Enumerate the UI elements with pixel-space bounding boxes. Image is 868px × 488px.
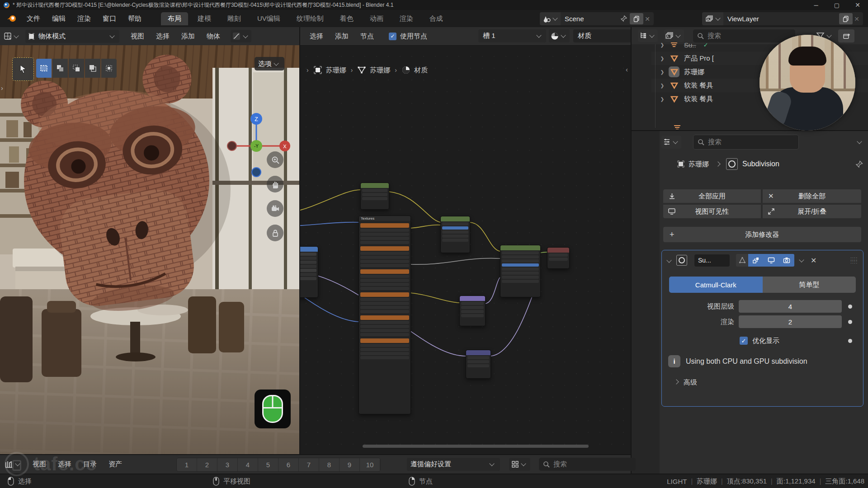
workspace-tab-0[interactable]: 布局 (161, 12, 188, 25)
viewport-options-button[interactable]: 选项 (255, 57, 284, 70)
expander-chevron-icon[interactable]: ❯ (660, 42, 665, 47)
workspace-tab-7[interactable]: 渲染 (393, 12, 420, 25)
asset-menu-2[interactable]: 目录 (77, 460, 103, 469)
optimal-display-keyframe-dot[interactable] (848, 339, 852, 343)
modifier-drag-handle[interactable]: :::: :::: (850, 257, 859, 263)
expander-chevron-icon[interactable]: ❯ (660, 83, 665, 88)
page-button-8[interactable]: 8 (319, 458, 340, 471)
viewlayer-remove-icon[interactable]: ✕ (854, 15, 859, 23)
asset-menu-0[interactable]: 视图 (27, 460, 52, 469)
catmull-clark-button[interactable]: Catmull-Clark (669, 277, 763, 293)
outliner-item-label[interactable]: 苏珊娜 (684, 68, 704, 76)
viewport-visibility-button[interactable]: 视图可见性 (663, 205, 761, 218)
breadcrumb-object[interactable]: 苏珊娜 (689, 160, 709, 169)
render-levels-field[interactable]: 2 (739, 315, 842, 328)
proportional-edit-dropdown[interactable] (231, 30, 251, 42)
shader-node-editor[interactable]: 选择添加节点 ✓ 使用节点 槽 1 材质 ›苏珊娜›苏珊娜›材质 ‹ Textu… (300, 27, 631, 454)
viewport-menu-1[interactable]: 选择 (150, 32, 175, 41)
expander-chevron-icon[interactable]: ❯ (660, 69, 665, 75)
zoom-icon[interactable] (267, 151, 283, 168)
modifier-close-icon[interactable]: ✕ (811, 256, 816, 265)
material-output-node[interactable] (547, 247, 570, 269)
properties-options-chevron[interactable] (857, 139, 862, 144)
camera-view-icon[interactable] (267, 200, 283, 217)
clipped-selected-node[interactable] (300, 246, 318, 298)
select-subtract-button[interactable] (69, 59, 84, 78)
asset-menu-1[interactable]: 选择 (52, 460, 77, 469)
import-method-dropdown[interactable]: 遵循偏好设置 (407, 458, 500, 471)
workspace-tab-2[interactable]: 雕刻 (221, 12, 248, 25)
viewport-menu-2[interactable]: 添加 (175, 32, 201, 41)
toolbar-expand-arrow[interactable]: › (1, 84, 3, 92)
outliner-filter-chevron[interactable] (826, 33, 831, 38)
breadcrumb-modifier[interactable]: Subdivision (742, 160, 779, 168)
workspace-tab-8[interactable]: 合成 (423, 12, 450, 25)
page-button-5[interactable]: 5 (258, 458, 278, 471)
modifier-name-field[interactable]: Su... (694, 254, 730, 267)
menubar-menu-0[interactable]: 文件 (21, 14, 46, 23)
workspace-tab-6[interactable]: 动画 (363, 12, 390, 25)
properties-search-field[interactable]: 搜索 (693, 135, 799, 150)
viewport-3d[interactable]: 物体模式 视图选择添加物体 (0, 27, 299, 454)
normal-map-node[interactable] (459, 296, 486, 326)
modifier-extras-chevron[interactable] (799, 257, 804, 262)
select-intersect-button[interactable] (101, 59, 117, 78)
show-in-editmode-toggle[interactable] (748, 254, 764, 267)
select-box-button[interactable] (36, 59, 52, 78)
blender-logo-icon[interactable] (6, 14, 18, 23)
page-button-9[interactable]: 9 (340, 458, 360, 471)
workspace-tab-4[interactable]: 纹理绘制 (290, 12, 330, 25)
edit-mode-toggle[interactable] (736, 254, 748, 267)
page-button-3[interactable]: 3 (217, 458, 238, 471)
asset-menu-3[interactable]: 资产 (103, 460, 128, 469)
expander-chevron-icon[interactable]: ❯ (660, 56, 665, 61)
page-button-4[interactable]: 4 (238, 458, 258, 471)
scene-pin-icon[interactable] (620, 15, 627, 22)
outliner-item-label[interactable]: 产品 Pro [ (684, 54, 714, 63)
outliner-item-label[interactable]: Su.. (684, 41, 696, 49)
menubar-menu-2[interactable]: 渲染 (71, 14, 97, 23)
maximize-button[interactable]: ▢ (826, 2, 847, 9)
menubar-menu-1[interactable]: 编辑 (46, 14, 71, 23)
optimal-display-checkbox[interactable]: ✓ (740, 337, 748, 345)
scene-type-dropdown[interactable] (540, 12, 561, 25)
page-button-2[interactable]: 2 (197, 458, 217, 471)
page-button-1[interactable]: 1 (177, 458, 197, 471)
workspace-tab-3[interactable]: UV编辑 (250, 12, 287, 25)
modifier-collapse-chevron[interactable] (666, 258, 671, 263)
viewport-menu-3[interactable]: 物体 (201, 32, 226, 41)
viewlayer-copy-button[interactable] (839, 13, 853, 24)
principled-bsdf-node[interactable] (500, 245, 541, 297)
page-button-6[interactable]: 6 (278, 458, 299, 471)
simple-button[interactable]: 简单型 (763, 277, 856, 293)
textures-group-node[interactable]: Textures (359, 216, 411, 414)
render-levels-keyframe-dot[interactable] (848, 320, 852, 324)
scene-unlink-icon[interactable]: ✕ (645, 15, 650, 23)
apply-all-button[interactable]: 全部应用 (663, 189, 761, 203)
asset-search-field[interactable]: 搜索 (539, 458, 636, 471)
viewport-editor-type-dropdown[interactable] (4, 32, 21, 40)
delete-all-button[interactable]: ✕ 删除全部 (763, 189, 861, 203)
show-viewport-toggle[interactable] (764, 254, 779, 267)
show-render-toggle[interactable] (779, 254, 794, 267)
lock-view-icon[interactable] (267, 225, 283, 241)
node-editor-hscrollbar[interactable] (304, 445, 627, 448)
scene-name[interactable]: Scene (565, 15, 620, 23)
display-size-dropdown[interactable] (509, 458, 530, 471)
expander-chevron-icon[interactable]: ❯ (660, 96, 665, 102)
scene-selector[interactable]: Scene ✕ (540, 12, 654, 25)
workspace-tab-5[interactable]: 着色 (333, 12, 360, 25)
page-button-10[interactable]: 10 (360, 458, 380, 471)
modifier-enabled-check[interactable]: ✓ (703, 42, 708, 48)
viewlayer-name[interactable]: ViewLayer (727, 15, 839, 23)
mode-dropdown[interactable]: 物体模式 (25, 30, 119, 43)
texture-coord-node[interactable] (360, 183, 389, 210)
expand-collapse-button[interactable]: 展开/折叠 (763, 205, 861, 218)
menubar-menu-4[interactable]: 帮助 (122, 14, 147, 23)
select-invert-button[interactable] (85, 59, 100, 78)
viewport-levels-keyframe-dot[interactable] (848, 305, 852, 309)
minimize-button[interactable]: ─ (806, 2, 826, 9)
properties-context-dropdown[interactable] (661, 136, 681, 149)
mix-color-node[interactable] (440, 216, 470, 253)
viewlayer-selector[interactable]: ViewLayer ✕ (702, 12, 863, 25)
